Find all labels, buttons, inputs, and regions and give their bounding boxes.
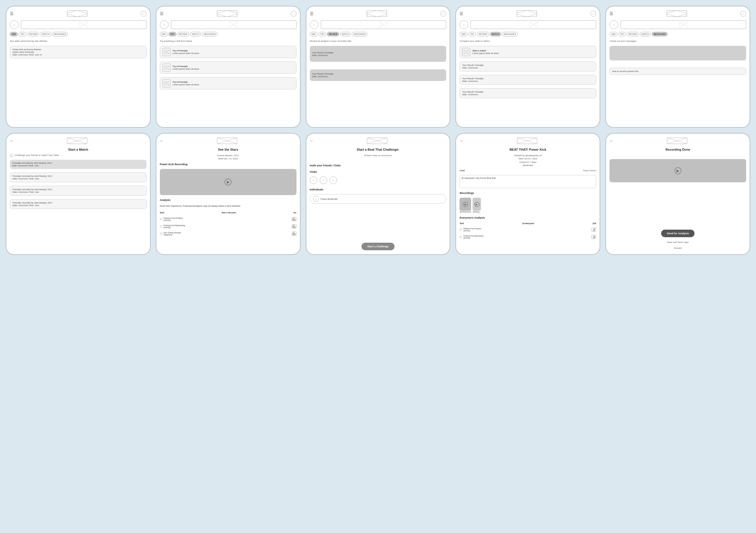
ea-user1-label: @natanyeah [522, 222, 534, 224]
recording-thumb-1[interactable]: ▶ [460, 198, 471, 211]
back-header-3: ← [310, 138, 446, 144]
hamburger-icon-2[interactable]: ☰ [160, 11, 164, 16]
ea-radio-1 [460, 229, 462, 231]
tab-messages-2[interactable]: MESSAGES [202, 32, 218, 36]
ea-skill-label: Skill [460, 222, 464, 224]
subtitle-3: Review AI analysis of your recorded skil… [310, 40, 446, 42]
tab-review-3[interactable]: REVIEW [327, 32, 339, 36]
phone-top-2: ☰ ○ ○ SEE TRY REVIEW MATCH MESSAGES Try … [156, 6, 301, 128]
tab-review-4[interactable]: REVIEW [477, 32, 489, 36]
start-challenge-button[interactable]: Start a Challenge [362, 243, 394, 250]
review-card-1: Your Result: Freestyle Date: xx/xx/xxxx [310, 46, 446, 62]
subtitle-1: See skills performed by star athletes [10, 40, 147, 42]
chat-report-row: Chat Report Abuse [460, 169, 596, 172]
back-button-4[interactable]: ← [460, 138, 464, 143]
save-later-link[interactable]: Save and Send Later [609, 241, 746, 243]
skill-row-b2-3: Arm Swing Windup(degrees) [160, 232, 296, 236]
user-icon-1[interactable]: ○ [141, 11, 147, 16]
ea-skill-row-2: Kicking Foot Backswing(inches) [460, 235, 596, 239]
hamburger-icon-5[interactable]: ☰ [609, 11, 613, 16]
tab-match-2[interactable]: MATCH [190, 32, 201, 36]
play-icon-r2[interactable]: ▶ [474, 202, 479, 207]
subtitle-5: Check out your messages [609, 40, 746, 42]
user-icon-3[interactable]: ○ [440, 11, 446, 16]
logo-3 [367, 11, 387, 17]
try-text-2: Try a Freestyle Lorem ipsum dolor sit am… [173, 65, 200, 70]
back-button-1[interactable]: ← [10, 138, 14, 143]
report-label: Report Abuse [583, 169, 596, 172]
tab-see-4[interactable]: SEE [460, 32, 467, 36]
tab-try-2[interactable]: TRY [169, 32, 176, 36]
tab-see-1[interactable]: SEE [10, 32, 18, 36]
discard-link[interactable]: Discard [609, 247, 746, 249]
back-button-2[interactable]: ← [160, 138, 164, 143]
tab-try-5[interactable]: TRY [618, 32, 626, 36]
chart-2 [292, 224, 296, 229]
club-avatar-3[interactable]: ○ [330, 177, 337, 184]
stars-col-label: Star's Results [222, 211, 236, 214]
recordings-row: ▶ @natanyeah ▶ Waiting... [460, 198, 596, 213]
tab-try-1[interactable]: TRY [18, 32, 26, 36]
phone-top-4: ☰ ○ ○ SEE TRY REVIEW MATCH MESSAGES Comp… [455, 6, 600, 128]
tab-review-1[interactable]: REVIEW [27, 32, 40, 36]
try-text-3: Try a Freestyle Lorem ipsum dolor sit am… [173, 81, 200, 86]
send-analysis-button[interactable]: Send for Analysis [661, 230, 695, 237]
tab-messages-3[interactable]: MESSAGES [352, 32, 367, 36]
messages-card-2: How to record a power kick [609, 68, 746, 75]
try-thumb-1 [162, 48, 171, 56]
back-button-5[interactable]: ← [609, 138, 613, 143]
go-col-label: Go [293, 211, 296, 214]
club-avatar-2[interactable]: ○ [320, 177, 327, 184]
chat-area[interactable]: @ natanyeah: Hey friend! Beat that! [460, 175, 596, 188]
banner-5 [621, 20, 746, 29]
banner-2 [171, 20, 296, 29]
user-icon-5[interactable]: ○ [740, 11, 746, 16]
tab-review-2[interactable]: REVIEW [177, 32, 189, 36]
header-4: ☰ ○ [460, 11, 596, 17]
page-title-b1: Start a Match [10, 148, 147, 152]
profile-row-5: ○ [609, 20, 746, 29]
recording-label-1: @natanyeah [460, 211, 471, 213]
hamburger-icon-3[interactable]: ☰ [310, 11, 313, 16]
tab-match-4[interactable]: MATCH [490, 32, 501, 36]
tab-match-1[interactable]: MATCH [40, 32, 51, 36]
tabs-1: SEE TRY REVIEW MATCH MESSAGES [10, 32, 147, 36]
tab-try-4[interactable]: TRY [468, 32, 476, 36]
back-button-3[interactable]: ← [310, 138, 314, 143]
radio-2 [160, 225, 162, 228]
play-icon-r1[interactable]: ▶ [463, 202, 468, 207]
tab-messages-5[interactable]: MESSAGES [652, 32, 668, 36]
profile-row-4: ○ [460, 20, 596, 29]
tab-messages-4[interactable]: MESSAGES [502, 32, 518, 36]
individual-name-1: Faisal @ultimate [321, 198, 338, 200]
tab-see-3[interactable]: SEE [310, 32, 318, 36]
user-icon-2[interactable]: ○ [291, 11, 296, 16]
tab-match-5[interactable]: MATCH [640, 32, 651, 36]
tab-try-3[interactable]: TRY [318, 32, 326, 36]
tab-messages-1[interactable]: MESSAGES [52, 32, 68, 36]
phone-bottom-2: ← See the Stars Emma Reeves, SCU Wed Dec… [156, 133, 301, 255]
hamburger-icon[interactable]: ☰ [10, 11, 14, 16]
play-icon-b2[interactable]: ▶ [225, 179, 231, 185]
video-b2[interactable]: ▶ [160, 169, 296, 195]
analysis-label-b2: Analysis [160, 199, 296, 202]
play-icon-done[interactable]: ▶ [674, 167, 682, 174]
user-icon-4[interactable]: ○ [590, 11, 596, 16]
recording-label-b2: Power Kick Recording [160, 163, 296, 166]
phone-top-5: ☰ ○ ○ SEE TRY REVIEW MATCH MESSAGES Chec… [606, 6, 750, 128]
club-avatar-1[interactable]: ○ [310, 177, 317, 184]
tab-review-5[interactable]: REVIEW [627, 32, 639, 36]
review-card-2: Your Result: Freestyle Date: xx/xx/xxxx [310, 70, 446, 81]
recording-done-video[interactable]: ▶ [609, 159, 746, 182]
match-card-4: Your Result: Freestyle Date: xx/xx/xxxx [460, 88, 596, 98]
tab-match-3[interactable]: MATCH [340, 32, 351, 36]
back-header-5: ← [609, 138, 746, 144]
logo-b2 [217, 138, 237, 144]
tab-see-5[interactable]: SEE [609, 32, 617, 36]
avatar-1: ○ [10, 20, 18, 29]
hamburger-icon-4[interactable]: ☰ [460, 11, 463, 16]
ea-user2-label: @W [592, 222, 596, 224]
tab-see-2[interactable]: SEE [160, 32, 168, 36]
recording-thumb-2[interactable]: ▶ [472, 198, 481, 211]
match-item-3: Freestyle recorded by Jack Murphy, SCU D… [10, 186, 147, 196]
